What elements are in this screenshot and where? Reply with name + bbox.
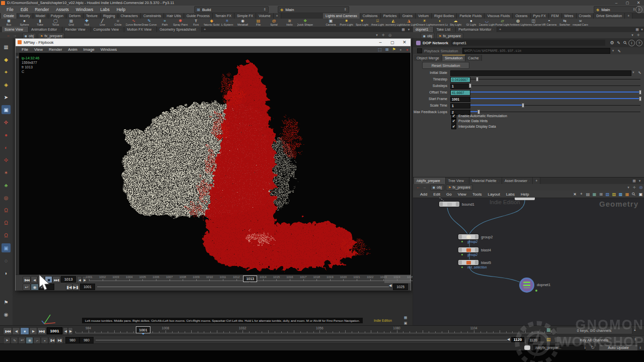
shelf-tool-circle[interactable]: ○Circle <box>110 19 126 27</box>
mplay-realtime-button[interactable]: ◉ <box>31 284 39 291</box>
pane-menu-icon[interactable]: ▦ <box>632 178 636 183</box>
mplay-minimize-button[interactable]: – <box>374 40 386 45</box>
mplay-side-icon[interactable]: ▤ <box>16 55 19 59</box>
mplay-range-handle-icon[interactable]: ◀ <box>389 284 391 288</box>
shelf-tool-switcher[interactable]: ⇆Switcher <box>557 19 573 27</box>
render-flag-icon[interactable]: ⚑ <box>2 298 11 307</box>
param-slider-handle[interactable] <box>476 77 478 81</box>
shelf-tab-constraints[interactable]: Constraints <box>141 13 164 19</box>
tl-current-frame-field[interactable]: 1001 <box>47 327 62 334</box>
pick-path-icon[interactable]: ⬉ <box>616 49 622 53</box>
snapshot-icon[interactable]: ▦ <box>403 315 409 320</box>
mplay-range-start-button[interactable]: ▮◀ <box>66 284 72 291</box>
param-file-field[interactable] <box>450 70 631 76</box>
mplay-close-button[interactable]: ✕ <box>398 40 411 45</box>
shelf-tool-l-system[interactable]: ✳L-System <box>219 19 235 27</box>
shelf-tool-line[interactable]: ╱Line <box>95 19 110 27</box>
tab-close-icon[interactable]: ◦ <box>442 179 443 183</box>
shelf-tool-null[interactable]: ✚Null <box>79 19 95 27</box>
rotate-tool-icon[interactable]: ◐ <box>2 143 11 152</box>
shelf-tab-crowds[interactable]: Crowds <box>577 13 594 19</box>
objects-tool-icon[interactable]: ◆ <box>2 55 11 64</box>
param-slider-handle[interactable] <box>522 103 524 108</box>
nav-forward-icon[interactable]: → <box>12 33 17 38</box>
shelf-tool-caustic-light[interactable]: ◡Caustic Light <box>479 19 495 27</box>
shelf-tool-quick-shapes[interactable]: ❖Quick Shapes <box>297 19 313 27</box>
net-tab-asset-browser[interactable]: Asset Browser◦ <box>502 177 533 184</box>
node-flag-left[interactable] <box>440 202 443 206</box>
shelf-tool-geometry-light[interactable]: ◭Geometry Light <box>385 19 401 27</box>
circle-tool-icon[interactable]: ◌ <box>2 256 11 265</box>
keys-up-icon[interactable]: ▴ <box>634 328 636 332</box>
shelf-tool-gi-light[interactable]: ●GI Light <box>463 19 479 27</box>
net-tab-item[interactable]: + <box>533 177 540 184</box>
shelf-tab-create[interactable]: Create <box>1 13 17 19</box>
refresh-icon[interactable]: ↻ <box>590 344 596 350</box>
tl-playhead[interactable]: 1001 <box>136 326 150 333</box>
close-button[interactable]: ✕ <box>633 1 644 5</box>
shelf-tool-path[interactable]: »Path <box>157 19 173 27</box>
new-tab-button[interactable]: + <box>202 27 208 32</box>
param-value-field[interactable]: 0.0416667 <box>450 77 470 82</box>
shelf-tool-spiral[interactable]: @Spiral <box>266 19 282 27</box>
tab-close-icon[interactable]: ◦ <box>25 28 26 31</box>
shelf-tool-draw-curve[interactable]: ✎Draw Curve <box>141 19 157 27</box>
dop-tab-object-merge[interactable]: Object Merge <box>414 55 442 61</box>
mplay-play-back-button[interactable]: ◀ <box>31 276 38 283</box>
shelf-tab-terrain-fx[interactable]: Terrain FX <box>213 13 234 19</box>
shelf-tool-portal-light[interactable]: ▱Portal Light <box>495 19 510 27</box>
checkbox-provide-data-hints[interactable]: ✔ <box>451 119 456 124</box>
shelf-tab-pyro-fx[interactable]: Pyro FX <box>531 13 549 19</box>
path-dropdown-icon[interactable]: ▾ <box>630 33 635 38</box>
shelf-tab-lights-and-cameras[interactable]: Lights and Cameras <box>323 13 360 19</box>
pane-tab-motion-fx-view[interactable]: Motion FX View◦ <box>124 27 157 32</box>
select-arrow-icon[interactable]: ➤ <box>3 337 11 344</box>
tab-close-icon[interactable]: ◦ <box>529 179 530 183</box>
handles-tool-icon[interactable]: ✜ <box>2 118 11 127</box>
magnet-one-icon[interactable]: Ω <box>2 206 11 215</box>
pot-tool-icon[interactable]: ◗ <box>2 268 11 278</box>
param-value-field[interactable]: 1 <box>450 83 470 89</box>
tab-close-icon[interactable]: ◦ <box>87 28 88 31</box>
shelf-tool-helix[interactable]: ≋Helix <box>282 19 297 27</box>
shelf-tool-volume-light[interactable]: ◮Volume Light <box>401 19 417 27</box>
shelf-tool-vr-camera[interactable]: ◓VR Camera <box>541 19 557 27</box>
shelf-tool-spot-light[interactable]: ▼Spot Light <box>354 19 370 27</box>
mplay-range-slider[interactable] <box>97 287 389 287</box>
net-menu-go[interactable]: Go <box>443 192 455 197</box>
tl-range-handle-icon[interactable]: ◀ <box>507 337 510 341</box>
tl-step-back-button[interactable]: ◀ <box>12 327 20 335</box>
net-menu-labs[interactable]: Labs <box>503 192 518 197</box>
shelf-tool-grid[interactable]: ▦Grid <box>63 19 79 27</box>
dop-node-name-field[interactable]: dopnet1 <box>451 40 605 46</box>
shelf-tab-rigging[interactable]: Rigging <box>101 13 118 19</box>
shelf-tab-deform[interactable]: Deform <box>66 13 84 19</box>
node-flag-right[interactable] <box>475 248 478 252</box>
pane-menu-icon[interactable]: ▦ <box>635 27 639 32</box>
shelf-tab-texture[interactable]: Texture <box>84 13 101 19</box>
mplay-menu-anim[interactable]: Anim <box>65 47 80 52</box>
bracket-icon[interactable]: ⌐ <box>33 337 41 344</box>
shelf-tab-modify[interactable]: Modify <box>17 13 33 19</box>
mplay-menu-file[interactable]: File <box>19 47 31 52</box>
tl-rewind-button[interactable]: ▮◀◀ <box>3 327 12 335</box>
shelf-tab-vellum[interactable]: Vellum <box>416 13 432 19</box>
param-value-field[interactable]: 1001 <box>450 97 470 102</box>
clipped-node[interactable] <box>515 198 535 200</box>
node-flag-left[interactable] <box>459 248 462 252</box>
mplay-menu-image[interactable]: Image <box>80 47 98 52</box>
path-pin-icon[interactable]: ✛ <box>381 33 386 38</box>
pick-path-icon[interactable]: ⬉ <box>638 70 641 75</box>
tab-close-icon[interactable]: ◦ <box>58 28 59 31</box>
secure-selection-lock-icon[interactable]: ▣ <box>2 105 11 114</box>
shelf-tab-characters[interactable]: Characters <box>118 13 141 19</box>
mplay-menu-windows[interactable]: Windows <box>98 47 120 52</box>
net-frame-icon[interactable]: ▣ <box>637 192 644 197</box>
shelf-tool-spray-paint[interactable]: ✺Spray Paint <box>173 19 188 27</box>
character-tool-icon[interactable]: ✶ <box>2 168 11 177</box>
tab-close-icon[interactable]: ◦ <box>430 28 431 31</box>
sim-file-field[interactable]: $HIP/sim/$HIPNAME.$OS.$SF.sim <box>462 48 610 54</box>
mplay-viewport[interactable]: ▤ <box>16 53 411 275</box>
mplay-playhead[interactable]: 1013 <box>243 276 257 282</box>
node-flag-right[interactable] <box>475 260 478 264</box>
